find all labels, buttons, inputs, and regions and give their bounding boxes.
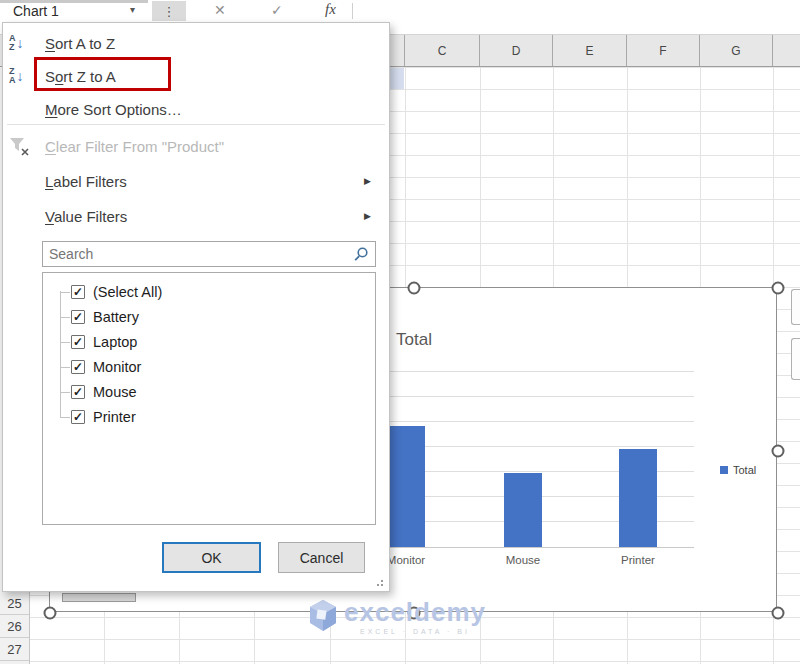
handle-top-middle[interactable] xyxy=(408,282,421,295)
menu-item-sort-a-to-z[interactable]: AZ ↓ Sort A to Z xyxy=(3,29,389,57)
checkbox-checked[interactable]: ✓ xyxy=(71,360,85,374)
filter-item-label: Mouse xyxy=(93,384,137,400)
chart-filter-button-partial[interactable] xyxy=(791,338,800,380)
tree-line xyxy=(60,317,70,318)
watermark-text: exceldemy xyxy=(344,598,486,626)
exceldemy-logo-icon xyxy=(308,598,338,634)
tree-line xyxy=(60,292,70,293)
checkbox-checked[interactable]: ✓ xyxy=(71,310,85,324)
category-label: Printer xyxy=(621,554,655,566)
name-box[interactable]: Chart 1 xyxy=(13,3,59,19)
formula-toolbar: Chart 1 ▾ ⋮ ✕ ✓ fx xyxy=(0,0,800,22)
filter-item[interactable]: ✓Monitor xyxy=(43,354,375,379)
handle-bottom-left[interactable] xyxy=(44,607,57,620)
filter-item-label: Battery xyxy=(93,309,139,325)
chart-elements-button-partial[interactable] xyxy=(791,289,800,325)
handle-right-middle[interactable] xyxy=(772,445,785,458)
column-header-c[interactable]: C xyxy=(405,35,480,66)
row-number: 26 xyxy=(7,619,21,634)
name-box-dropdown-icon[interactable]: ▾ xyxy=(130,4,135,15)
column-letter: G xyxy=(731,44,740,58)
tree-line xyxy=(60,342,70,343)
menu-item-more-sort-options[interactable]: More Sort Options… xyxy=(3,95,389,123)
filter-item-label: Monitor xyxy=(93,359,141,375)
exceldemy-watermark: exceldemy EXCEL · DATA · BI xyxy=(308,598,486,635)
menu-item-label: Value Filters xyxy=(45,208,127,225)
filter-listbox: ✓(Select All)✓Battery✓Laptop✓Monitor✓Mou… xyxy=(42,272,376,525)
sort-za-icon: ZA ↓ xyxy=(9,67,24,85)
search-input[interactable] xyxy=(43,246,353,262)
handle-top-right[interactable] xyxy=(772,282,785,295)
filter-item-label: Printer xyxy=(93,409,136,425)
bar-mouse[interactable] xyxy=(504,473,542,547)
column-header-e[interactable]: E xyxy=(553,35,627,66)
tree-line xyxy=(60,417,70,418)
filter-item[interactable]: ✓Battery xyxy=(43,304,375,329)
menu-item-label: Sort Z to A xyxy=(45,68,116,85)
menu-separator xyxy=(7,124,385,125)
filter-item[interactable]: ✓Laptop xyxy=(43,329,375,354)
resize-grip[interactable] xyxy=(373,576,383,586)
menu-item-value-filters[interactable]: Value Filters ▶ xyxy=(3,202,389,230)
insert-function-icon[interactable]: fx xyxy=(325,1,336,18)
column-header-h-partial[interactable] xyxy=(773,35,800,66)
menu-item-label: Clear Filter From "Product" xyxy=(45,138,224,155)
filter-item[interactable]: ✓(Select All) xyxy=(43,279,375,304)
column-letter: F xyxy=(659,44,666,58)
clear-filter-icon xyxy=(8,136,32,158)
chart-legend[interactable]: Total xyxy=(720,464,756,476)
column-header-g[interactable]: G xyxy=(700,35,773,66)
filter-item[interactable]: ✓Mouse xyxy=(43,379,375,404)
legend-label: Total xyxy=(733,464,756,476)
category-label: Monitor xyxy=(387,554,425,566)
legend-swatch xyxy=(720,466,728,474)
menu-item-sort-z-to-a[interactable]: ZA ↓ Sort Z to A xyxy=(3,61,389,91)
search-box xyxy=(42,241,376,267)
filter-item-rows: ✓(Select All)✓Battery✓Laptop✓Monitor✓Mou… xyxy=(43,279,375,429)
formula-cancel-icon[interactable]: ✕ xyxy=(214,2,226,18)
tree-line xyxy=(60,367,70,368)
ellipsis-menu-icon[interactable]: ⋮ xyxy=(152,1,186,21)
row-header-25[interactable]: 25 xyxy=(0,592,29,615)
filter-item-label: (Select All) xyxy=(93,284,162,300)
tree-line xyxy=(60,392,70,393)
chart-title[interactable]: Total xyxy=(396,330,432,350)
watermark-subtitle: EXCEL · DATA · BI xyxy=(360,628,470,635)
menu-item-label: More Sort Options… xyxy=(45,101,182,118)
checkbox-checked[interactable]: ✓ xyxy=(71,335,85,349)
handle-bottom-right[interactable] xyxy=(772,607,785,620)
row-header-27[interactable]: 27 xyxy=(0,638,29,661)
menu-item-clear-filter[interactable]: Clear Filter From "Product" xyxy=(3,131,389,161)
menu-item-label: Label Filters xyxy=(45,173,127,190)
category-label: Mouse xyxy=(506,554,541,566)
cancel-button[interactable]: Cancel xyxy=(278,542,365,573)
chart-field-button-partial[interactable] xyxy=(62,593,136,602)
formula-enter-icon[interactable]: ✓ xyxy=(271,2,283,18)
row-number: 25 xyxy=(7,596,21,611)
row-number: 27 xyxy=(7,642,21,657)
search-icon xyxy=(353,246,369,262)
filter-item[interactable]: ✓Printer xyxy=(43,404,375,429)
pivot-filter-menu: AZ ↓ Sort A to Z ZA ↓ Sort Z to A More S… xyxy=(2,22,390,592)
filter-item-label: Laptop xyxy=(93,334,137,350)
sort-az-icon: AZ ↓ xyxy=(9,34,24,52)
toolbar-divider xyxy=(352,3,353,19)
checkbox-checked[interactable]: ✓ xyxy=(71,410,85,424)
column-letter: C xyxy=(438,44,447,58)
excel-screenshot: C D E F G MonitorMousePrinter Total Tota… xyxy=(0,0,800,664)
row-header-26[interactable]: 26 xyxy=(0,615,29,638)
column-header-f[interactable]: F xyxy=(627,35,700,66)
submenu-arrow-icon: ▶ xyxy=(364,176,371,186)
checkbox-checked[interactable]: ✓ xyxy=(71,385,85,399)
submenu-arrow-icon: ▶ xyxy=(364,211,371,221)
column-header-d[interactable]: D xyxy=(480,35,553,66)
menu-item-label-filters[interactable]: Label Filters ▶ xyxy=(3,167,389,195)
bar-monitor[interactable] xyxy=(387,426,425,547)
menu-item-label: Sort A to Z xyxy=(45,35,115,52)
bar-printer[interactable] xyxy=(619,449,657,547)
column-letter: E xyxy=(585,44,593,58)
ok-button[interactable]: OK xyxy=(162,542,261,573)
column-letter: D xyxy=(512,44,521,58)
checkbox-checked[interactable]: ✓ xyxy=(71,285,85,299)
